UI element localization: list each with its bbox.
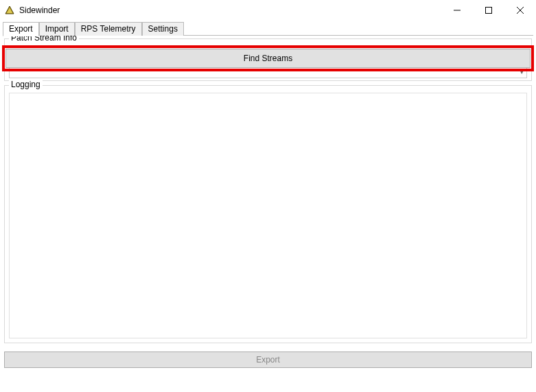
tab-strip: Export Import RPS Telemetry Settings	[3, 21, 533, 36]
tab-settings[interactable]: Settings	[142, 22, 184, 36]
log-textarea[interactable]	[9, 93, 527, 338]
minimize-button[interactable]	[441, 0, 473, 21]
export-button[interactable]: Export	[4, 351, 532, 368]
close-button[interactable]	[504, 0, 536, 21]
logging-group: Logging	[4, 85, 532, 343]
tab-rps-telemetry[interactable]: RPS Telemetry	[75, 22, 142, 36]
title-bar: Sidewinder	[0, 0, 536, 21]
app-icon	[4, 5, 15, 16]
window-title: Sidewinder	[19, 5, 60, 15]
find-streams-highlight: Find Streams	[2, 45, 534, 71]
tab-export[interactable]: Export	[3, 22, 39, 36]
logging-legend: Logging	[9, 80, 43, 89]
maximize-button[interactable]	[473, 0, 504, 21]
find-streams-button[interactable]: Find Streams	[5, 49, 531, 68]
svg-rect-3	[486, 8, 492, 14]
tab-import[interactable]: Import	[39, 22, 75, 36]
tab-page-export: Patch Stream Info ▾ Logging	[0, 36, 536, 351]
window-controls	[441, 0, 536, 21]
